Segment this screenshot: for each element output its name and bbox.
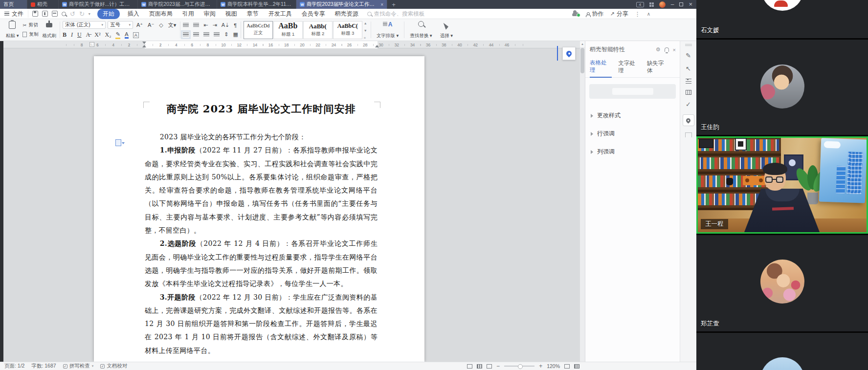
web-view-icon[interactable] bbox=[477, 364, 482, 369]
style-heading-2[interactable]: AaBb(标题 2 bbox=[303, 21, 333, 39]
subscript-button[interactable]: X₂ bbox=[105, 31, 111, 39]
menu-item-member[interactable]: 会员专享 bbox=[297, 10, 330, 18]
collapse-ribbon-icon[interactable]: ∧ bbox=[647, 11, 650, 17]
font-color-button[interactable]: A bbox=[125, 31, 129, 39]
shading-icon[interactable]: ▦ bbox=[233, 31, 238, 38]
menu-item-review[interactable]: 审阅 bbox=[199, 10, 221, 18]
italic-button[interactable]: I bbox=[71, 31, 73, 39]
numbered-list-icon[interactable] bbox=[193, 23, 199, 28]
page-indicator[interactable]: 页面: 1/2 bbox=[4, 363, 24, 370]
position-tool-active[interactable] bbox=[683, 114, 694, 126]
scroll-up-icon[interactable]: ▲ bbox=[580, 41, 585, 47]
increase-indent-icon[interactable]: ⇥ bbox=[212, 22, 217, 28]
zoom-in-icon[interactable]: + bbox=[539, 363, 542, 370]
print-icon[interactable] bbox=[52, 11, 58, 17]
decrease-font-icon[interactable]: A⁻ bbox=[146, 22, 156, 28]
tab-home[interactable]: 首页 bbox=[0, 0, 27, 9]
proof-check-icon[interactable]: ✓ bbox=[686, 101, 691, 108]
tab-document-1[interactable]: W商学院关于做好...计）工作的通知 bbox=[59, 0, 138, 9]
participant-tile[interactable]: 石文媛 bbox=[696, 0, 868, 38]
pane-tab-missing-fonts[interactable]: 缺失字体 bbox=[647, 60, 669, 77]
tab-close-icon[interactable]: × bbox=[379, 2, 383, 7]
more-options-icon[interactable]: ⋮ bbox=[635, 11, 641, 18]
workspace-grid-icon[interactable] bbox=[649, 2, 654, 7]
print-preview-icon[interactable] bbox=[62, 12, 66, 16]
smart-position-button[interactable] bbox=[562, 47, 576, 60]
maximize-button[interactable] bbox=[679, 2, 683, 6]
font-name-select[interactable]: 宋体 (正文)▾ bbox=[63, 21, 106, 29]
document-page[interactable]: 商学院 2023 届毕业论文工作时间安排 2023 届毕业论文的各环节工作分为七… bbox=[94, 56, 424, 362]
fit-width-icon[interactable] bbox=[564, 364, 570, 369]
menu-item-insert[interactable]: 插入 bbox=[123, 10, 144, 18]
more-tool-icon[interactable] bbox=[685, 132, 692, 137]
redo-icon[interactable]: ↻ bbox=[79, 10, 85, 18]
right-indent-marker[interactable] bbox=[375, 45, 379, 47]
window-count-badge[interactable]: 4 bbox=[636, 2, 644, 7]
decrease-indent-icon[interactable]: ⇤ bbox=[203, 22, 208, 28]
zoom-slider[interactable] bbox=[504, 366, 534, 367]
tab-document-active[interactable]: W商学院2023届毕业论文工作时间安排× bbox=[296, 0, 387, 9]
left-indent-marker[interactable] bbox=[142, 45, 146, 47]
new-tab-button[interactable]: + bbox=[387, 0, 400, 9]
copy-button[interactable]: 复制 bbox=[22, 31, 38, 38]
find-replace-button[interactable]: 查找替换 ▾ bbox=[406, 19, 436, 41]
select-button[interactable]: 选择 ▾ bbox=[436, 19, 457, 41]
style-normal[interactable]: AaBbCcDd正文 bbox=[244, 21, 273, 39]
spell-check-toggle[interactable]: ✓拼写检查▾ bbox=[63, 363, 94, 370]
clear-format-icon[interactable]: ◇ bbox=[157, 22, 164, 28]
fit-page-icon[interactable] bbox=[574, 364, 579, 369]
menu-item-docer-resources[interactable]: 稻壳资源 bbox=[330, 10, 363, 18]
undo-icon[interactable]: ↺ bbox=[70, 10, 75, 18]
proofread-toggle[interactable]: ✓文档校对 bbox=[100, 363, 127, 370]
participant-tile[interactable]: 王佳韵 bbox=[696, 40, 868, 135]
settings-sliders-icon[interactable] bbox=[686, 79, 691, 84]
zoom-out-icon[interactable]: − bbox=[496, 363, 500, 370]
file-menu[interactable]: 文件 bbox=[0, 10, 28, 18]
menu-item-home[interactable]: 开始 bbox=[97, 9, 120, 19]
close-button[interactable]: × bbox=[689, 1, 692, 7]
align-center-button[interactable] bbox=[193, 32, 199, 37]
edit-pencil-icon[interactable]: ✎ bbox=[686, 52, 691, 59]
paste-button[interactable]: 粘贴 ▾ bbox=[4, 19, 21, 41]
table-tools-icon[interactable] bbox=[686, 90, 691, 95]
vertical-scrollbar[interactable]: ▲ bbox=[580, 41, 585, 362]
minimize-button[interactable]: – bbox=[671, 2, 674, 7]
character-border-button[interactable]: A bbox=[133, 32, 139, 38]
select-cursor-icon[interactable]: ↖ bbox=[686, 65, 691, 72]
scrollbar-thumb[interactable] bbox=[580, 48, 584, 73]
drag-handle-icon[interactable] bbox=[685, 44, 692, 46]
pane-item-column-emphasis[interactable]: 列强调 bbox=[585, 143, 680, 161]
participant-tile[interactable] bbox=[696, 333, 868, 370]
align-left-button[interactable] bbox=[183, 32, 189, 37]
gear-icon[interactable]: ⚙ bbox=[656, 46, 661, 53]
phonetic-guide-icon[interactable]: 文▾ bbox=[167, 22, 178, 29]
align-right-button[interactable] bbox=[203, 32, 209, 37]
strikethrough-button[interactable]: A̶ bbox=[86, 31, 90, 39]
cloud-sync-icon[interactable] bbox=[572, 12, 579, 16]
pane-item-row-emphasis[interactable]: 行强调 bbox=[585, 125, 680, 143]
word-count[interactable]: 字数: 1687 bbox=[31, 363, 56, 370]
style-heading-1[interactable]: AaBb标题 1 bbox=[273, 21, 303, 39]
font-size-select[interactable]: 五号▾ bbox=[108, 21, 133, 29]
underline-button[interactable]: U bbox=[77, 31, 82, 39]
bullet-list-icon[interactable] bbox=[183, 23, 189, 28]
menu-item-dev-tools[interactable]: 开发工具 bbox=[264, 10, 297, 18]
tab-document-3[interactable]: W商学院本科学生毕...2年11月修订） bbox=[217, 0, 296, 9]
account-avatar[interactable] bbox=[659, 1, 666, 8]
text-layout-button[interactable]: A文字排版 ▾ bbox=[373, 19, 402, 41]
pane-tab-table[interactable]: 表格处理 bbox=[590, 59, 612, 78]
export-icon[interactable] bbox=[42, 11, 48, 17]
first-line-indent-marker[interactable] bbox=[142, 42, 146, 44]
menu-item-section[interactable]: 章节 bbox=[242, 10, 264, 18]
bold-button[interactable]: B bbox=[63, 31, 67, 39]
share-button[interactable]: ↗分享 bbox=[610, 10, 628, 18]
justify-button[interactable] bbox=[214, 32, 220, 37]
menu-item-view[interactable]: 视图 bbox=[221, 10, 242, 18]
pane-tab-text[interactable]: 文字处理 bbox=[618, 60, 640, 77]
save-icon[interactable] bbox=[32, 11, 38, 17]
line-spacing-icon[interactable]: ⇕ bbox=[224, 31, 228, 38]
participant-tile-speaking[interactable]: 王一程 bbox=[696, 136, 868, 234]
outline-view-icon[interactable] bbox=[487, 364, 492, 369]
pane-close-icon[interactable]: × bbox=[673, 47, 676, 53]
pane-item-change-style[interactable]: 更改样式 bbox=[585, 107, 680, 125]
